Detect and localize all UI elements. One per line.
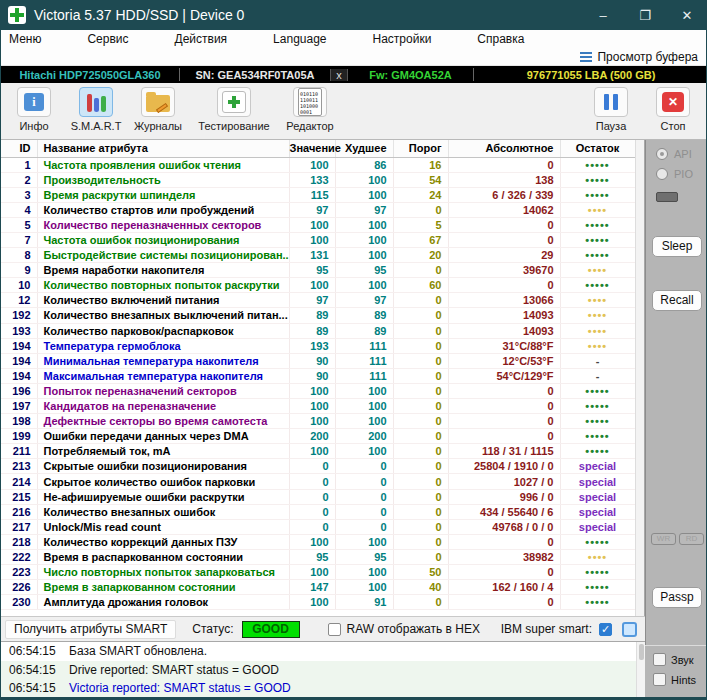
toolbar-button-инфо[interactable]: iИнфо: [5, 83, 63, 139]
menu-item-4[interactable]: Language: [273, 32, 326, 46]
smart-row-7[interactable]: 7Частота ошибок позиционирования10010067…: [1, 232, 635, 247]
attr-absolute: 0: [448, 232, 560, 247]
hints-checkbox[interactable]: [653, 673, 666, 686]
toolbar-button-редактор[interactable]: 0101101100111010000001Редактор: [281, 83, 339, 139]
toolbar-button-тестирование[interactable]: Тестирование: [191, 83, 277, 139]
attr-id: 194: [1, 368, 37, 383]
smart-row-4[interactable]: 4Количество стартов или пробуждений97970…: [1, 202, 635, 217]
smart-row-213[interactable]: 213Скрытые ошибки позиционирования000258…: [1, 459, 635, 474]
smart-row-198[interactable]: 198Дефектные секторы во время самотеста1…: [1, 414, 635, 429]
smart-row-1[interactable]: 1Частота проявления ошибок чтения1008616…: [1, 157, 635, 172]
toolbar-button-пауза[interactable]: Пауза: [582, 83, 640, 139]
api-radio-row[interactable]: API: [656, 148, 707, 160]
pio-radio-row[interactable]: PIO: [656, 168, 707, 180]
pio-radio[interactable]: [656, 168, 668, 180]
attr-absolute: 0: [448, 414, 560, 429]
smart-row-215[interactable]: 215Не-афишируемые ошибки раскрутки000996…: [1, 489, 635, 504]
wr-button[interactable]: WR: [651, 533, 676, 545]
column-header-worst[interactable]: Худшее: [335, 140, 393, 157]
sound-checkbox[interactable]: [653, 653, 666, 666]
menu-item-2[interactable]: Сервис: [87, 32, 128, 46]
smart-row-192[interactable]: 192Количество внезапных выключений питан…: [1, 308, 635, 323]
smart-row-193[interactable]: 193Количество парковок/распарковок898901…: [1, 323, 635, 338]
rd-button[interactable]: RD: [679, 533, 704, 545]
attr-health: special: [560, 489, 635, 504]
recall-button[interactable]: Recall: [652, 290, 702, 311]
health-special: special: [579, 476, 616, 488]
smart-row-226[interactable]: 226Время в запаркованном состоянии147100…: [1, 580, 635, 595]
toolbar-button-label: S.M.A.R.T: [71, 120, 122, 132]
log-scrollbar[interactable]: [636, 642, 645, 697]
attr-value: 100: [289, 444, 335, 459]
toolbar-button-журналы[interactable]: Журналы: [129, 83, 187, 139]
attr-worst: 0: [335, 489, 393, 504]
smart-row-218[interactable]: 218Количество коррекций данных ПЗУ100100…: [1, 534, 635, 549]
column-header-id[interactable]: ID: [1, 140, 37, 157]
smart-row-216[interactable]: 216Количество внезапных ошибок000434 / 5…: [1, 504, 635, 519]
attr-value: 200: [289, 429, 335, 444]
health-special: special: [579, 521, 616, 533]
column-header-health[interactable]: Остаток: [560, 140, 635, 157]
table-scrollbar[interactable]: [635, 140, 644, 616]
device-serial: SN: GEA534RF0TA05A: [180, 69, 330, 81]
smart-attributes-area: IDНазвание атрибутаЗначениеХудшееПорогАб…: [1, 140, 645, 616]
smart-row-214[interactable]: 214Скрытое количество ошибок парковки000…: [1, 474, 635, 489]
smart-row-223[interactable]: 223Число повторных попыток запарковаться…: [1, 565, 635, 580]
raw-hex-checkbox[interactable]: [328, 623, 341, 636]
menu-item-3[interactable]: Действия: [175, 32, 228, 46]
menu-item-6[interactable]: Справка: [477, 32, 524, 46]
smart-row-217[interactable]: 217Unlock/Mis read count00049768 / 0 / 0…: [1, 519, 635, 534]
smart-row-230[interactable]: 230Амплитуда дрожания головок1009100••••…: [1, 595, 635, 610]
attr-threshold: 50: [393, 565, 448, 580]
smart-table-header: IDНазвание атрибутаЗначениеХудшееПорогАб…: [1, 140, 635, 157]
health-dots: •••••: [585, 159, 609, 171]
attr-name: Количество переназначенных секторов: [37, 217, 289, 232]
menu-item-5[interactable]: Настройки: [373, 32, 432, 46]
attr-threshold: 20: [393, 248, 448, 263]
smart-row-197[interactable]: 197Кандидатов на переназначение10010000•…: [1, 399, 635, 414]
sound-option[interactable]: Звук: [653, 653, 707, 666]
api-radio[interactable]: [656, 148, 668, 160]
smart-row-194[interactable]: 194Температура гермоблока193111031°C/88°…: [1, 338, 635, 353]
smart-row-2[interactable]: 2Производительность13310054138•••••: [1, 172, 635, 187]
smart-row-196[interactable]: 196Попыток переназначений секторов100100…: [1, 383, 635, 398]
maximize-button[interactable]: ❐: [624, 0, 666, 30]
attr-value: 97: [289, 202, 335, 217]
column-header-val[interactable]: Значение: [289, 140, 335, 157]
toolbar-button-стоп[interactable]: ✕Стоп: [644, 83, 702, 139]
smart-color-indicator[interactable]: [622, 622, 637, 637]
hints-option[interactable]: Hints: [653, 673, 707, 686]
smart-row-5[interactable]: 5Количество переназначенных секторов1001…: [1, 217, 635, 232]
attr-health: •••••: [560, 172, 635, 187]
smart-row-222[interactable]: 222Время в распаркованном состоянии95950…: [1, 549, 635, 564]
smart-row-3[interactable]: 3Время раскрутки шпинделя115100246 / 326…: [1, 187, 635, 202]
toolbar-button-s-m-a-r-t[interactable]: S.M.A.R.T: [67, 83, 125, 139]
menu-item-1[interactable]: Меню: [9, 32, 41, 46]
attr-threshold: 0: [393, 293, 448, 308]
smart-row-8[interactable]: 8Быстродействие системы позиционирован..…: [1, 248, 635, 263]
smart-row-199[interactable]: 199Ошибки передачи данных через DMA20020…: [1, 429, 635, 444]
column-header-name[interactable]: Название атрибута: [37, 140, 289, 157]
smart-row-194[interactable]: 194Максимальная температура накопителя90…: [1, 368, 635, 383]
buffer-view-button[interactable]: Просмотр буфера: [580, 50, 698, 64]
get-smart-button[interactable]: Получить атрибуты SMART: [5, 620, 176, 639]
smart-row-9[interactable]: 9Время наработки накопителя9595039670•••…: [1, 263, 635, 278]
attr-worst: 100: [335, 414, 393, 429]
attr-absolute: 0: [448, 383, 560, 398]
sleep-button[interactable]: Sleep: [652, 236, 702, 257]
close-button[interactable]: ✕: [666, 0, 707, 30]
minimize-button[interactable]: –: [582, 0, 624, 30]
passport-button[interactable]: Passp: [652, 587, 702, 608]
smart-row-12[interactable]: 12Количество включений питания9797013066…: [1, 293, 635, 308]
smart-row-10[interactable]: 10Количество повторных попыток раскрутки…: [1, 278, 635, 293]
smart-row-194[interactable]: 194Минимальная температура накопителя901…: [1, 353, 635, 368]
serial-close-button[interactable]: x: [330, 69, 348, 81]
ibm-super-smart-checkbox[interactable]: [599, 623, 612, 636]
attr-name: Время в запаркованном состоянии: [37, 580, 289, 595]
log-time: 06:54:15: [1, 681, 59, 695]
smart-row-211[interactable]: 211Потребляемый ток, mA1001000118 / 31 /…: [1, 444, 635, 459]
attr-value: 100: [289, 534, 335, 549]
attr-threshold: 67: [393, 232, 448, 247]
column-header-abs[interactable]: Абсолютное: [448, 140, 560, 157]
column-header-thr[interactable]: Порог: [393, 140, 448, 157]
